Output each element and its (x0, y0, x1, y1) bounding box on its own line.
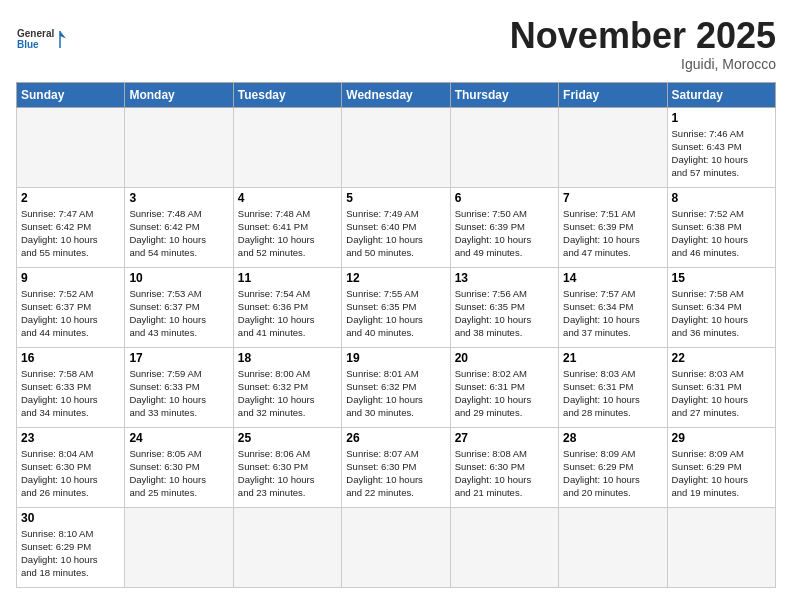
day-info: Sunrise: 8:01 AMSunset: 6:32 PMDaylight:… (346, 367, 445, 420)
day-cell: 2Sunrise: 7:47 AMSunset: 6:42 PMDaylight… (17, 187, 125, 267)
day-number: 30 (21, 511, 120, 525)
week-row-2: 9Sunrise: 7:52 AMSunset: 6:37 PMDaylight… (17, 267, 776, 347)
month-title: November 2025 (510, 16, 776, 56)
day-cell: 9Sunrise: 7:52 AMSunset: 6:37 PMDaylight… (17, 267, 125, 347)
day-info: Sunrise: 7:48 AMSunset: 6:42 PMDaylight:… (129, 207, 228, 260)
day-info: Sunrise: 7:55 AMSunset: 6:35 PMDaylight:… (346, 287, 445, 340)
day-number: 23 (21, 431, 120, 445)
day-info: Sunrise: 7:52 AMSunset: 6:37 PMDaylight:… (21, 287, 120, 340)
day-info: Sunrise: 7:48 AMSunset: 6:41 PMDaylight:… (238, 207, 337, 260)
logo-svg: General Blue (16, 16, 66, 66)
day-info: Sunrise: 7:58 AMSunset: 6:34 PMDaylight:… (672, 287, 771, 340)
day-cell: 29Sunrise: 8:09 AMSunset: 6:29 PMDayligh… (667, 427, 775, 507)
day-number: 27 (455, 431, 554, 445)
week-row-3: 16Sunrise: 7:58 AMSunset: 6:33 PMDayligh… (17, 347, 776, 427)
day-number: 20 (455, 351, 554, 365)
day-number: 5 (346, 191, 445, 205)
day-cell: 15Sunrise: 7:58 AMSunset: 6:34 PMDayligh… (667, 267, 775, 347)
day-number: 6 (455, 191, 554, 205)
day-cell: 13Sunrise: 7:56 AMSunset: 6:35 PMDayligh… (450, 267, 558, 347)
day-cell (667, 507, 775, 587)
day-number: 13 (455, 271, 554, 285)
day-cell: 19Sunrise: 8:01 AMSunset: 6:32 PMDayligh… (342, 347, 450, 427)
day-info: Sunrise: 7:57 AMSunset: 6:34 PMDaylight:… (563, 287, 662, 340)
day-info: Sunrise: 8:08 AMSunset: 6:30 PMDaylight:… (455, 447, 554, 500)
day-info: Sunrise: 7:46 AMSunset: 6:43 PMDaylight:… (672, 127, 771, 180)
day-info: Sunrise: 7:54 AMSunset: 6:36 PMDaylight:… (238, 287, 337, 340)
day-cell: 3Sunrise: 7:48 AMSunset: 6:42 PMDaylight… (125, 187, 233, 267)
day-cell (450, 107, 558, 187)
day-cell: 6Sunrise: 7:50 AMSunset: 6:39 PMDaylight… (450, 187, 558, 267)
day-number: 2 (21, 191, 120, 205)
day-cell: 7Sunrise: 7:51 AMSunset: 6:39 PMDaylight… (559, 187, 667, 267)
day-info: Sunrise: 7:56 AMSunset: 6:35 PMDaylight:… (455, 287, 554, 340)
day-number: 22 (672, 351, 771, 365)
day-cell: 27Sunrise: 8:08 AMSunset: 6:30 PMDayligh… (450, 427, 558, 507)
day-number: 28 (563, 431, 662, 445)
day-cell (233, 107, 341, 187)
day-number: 11 (238, 271, 337, 285)
col-header-friday: Friday (559, 82, 667, 107)
day-number: 18 (238, 351, 337, 365)
day-number: 14 (563, 271, 662, 285)
day-cell: 26Sunrise: 8:07 AMSunset: 6:30 PMDayligh… (342, 427, 450, 507)
day-info: Sunrise: 8:02 AMSunset: 6:31 PMDaylight:… (455, 367, 554, 420)
day-cell: 30Sunrise: 8:10 AMSunset: 6:29 PMDayligh… (17, 507, 125, 587)
day-number: 26 (346, 431, 445, 445)
day-cell: 18Sunrise: 8:00 AMSunset: 6:32 PMDayligh… (233, 347, 341, 427)
day-number: 15 (672, 271, 771, 285)
day-cell (125, 107, 233, 187)
day-info: Sunrise: 7:47 AMSunset: 6:42 PMDaylight:… (21, 207, 120, 260)
day-number: 25 (238, 431, 337, 445)
day-cell: 10Sunrise: 7:53 AMSunset: 6:37 PMDayligh… (125, 267, 233, 347)
day-number: 7 (563, 191, 662, 205)
week-row-1: 2Sunrise: 7:47 AMSunset: 6:42 PMDaylight… (17, 187, 776, 267)
day-info: Sunrise: 7:52 AMSunset: 6:38 PMDaylight:… (672, 207, 771, 260)
day-number: 29 (672, 431, 771, 445)
week-row-5: 30Sunrise: 8:10 AMSunset: 6:29 PMDayligh… (17, 507, 776, 587)
day-number: 4 (238, 191, 337, 205)
location: Iguidi, Morocco (510, 56, 776, 72)
day-cell (559, 507, 667, 587)
col-header-tuesday: Tuesday (233, 82, 341, 107)
day-number: 8 (672, 191, 771, 205)
day-cell: 16Sunrise: 7:58 AMSunset: 6:33 PMDayligh… (17, 347, 125, 427)
week-row-4: 23Sunrise: 8:04 AMSunset: 6:30 PMDayligh… (17, 427, 776, 507)
day-info: Sunrise: 8:10 AMSunset: 6:29 PMDaylight:… (21, 527, 120, 580)
day-number: 19 (346, 351, 445, 365)
day-info: Sunrise: 7:50 AMSunset: 6:39 PMDaylight:… (455, 207, 554, 260)
day-info: Sunrise: 7:51 AMSunset: 6:39 PMDaylight:… (563, 207, 662, 260)
col-header-sunday: Sunday (17, 82, 125, 107)
col-header-monday: Monday (125, 82, 233, 107)
day-info: Sunrise: 7:53 AMSunset: 6:37 PMDaylight:… (129, 287, 228, 340)
day-info: Sunrise: 8:06 AMSunset: 6:30 PMDaylight:… (238, 447, 337, 500)
day-number: 9 (21, 271, 120, 285)
page-header: General Blue November 2025 Iguidi, Moroc… (16, 16, 776, 72)
logo: General Blue (16, 16, 66, 66)
day-cell: 12Sunrise: 7:55 AMSunset: 6:35 PMDayligh… (342, 267, 450, 347)
day-info: Sunrise: 8:03 AMSunset: 6:31 PMDaylight:… (563, 367, 662, 420)
day-cell: 24Sunrise: 8:05 AMSunset: 6:30 PMDayligh… (125, 427, 233, 507)
day-info: Sunrise: 8:04 AMSunset: 6:30 PMDaylight:… (21, 447, 120, 500)
day-cell (125, 507, 233, 587)
day-number: 10 (129, 271, 228, 285)
title-block: November 2025 Iguidi, Morocco (510, 16, 776, 72)
day-cell (233, 507, 341, 587)
day-cell (450, 507, 558, 587)
day-number: 12 (346, 271, 445, 285)
day-info: Sunrise: 7:58 AMSunset: 6:33 PMDaylight:… (21, 367, 120, 420)
day-cell: 11Sunrise: 7:54 AMSunset: 6:36 PMDayligh… (233, 267, 341, 347)
day-cell: 23Sunrise: 8:04 AMSunset: 6:30 PMDayligh… (17, 427, 125, 507)
day-cell: 17Sunrise: 7:59 AMSunset: 6:33 PMDayligh… (125, 347, 233, 427)
day-cell: 1Sunrise: 7:46 AMSunset: 6:43 PMDaylight… (667, 107, 775, 187)
col-header-thursday: Thursday (450, 82, 558, 107)
day-cell (559, 107, 667, 187)
day-cell (342, 107, 450, 187)
day-cell (17, 107, 125, 187)
svg-text:General: General (17, 28, 54, 39)
week-row-0: 1Sunrise: 7:46 AMSunset: 6:43 PMDaylight… (17, 107, 776, 187)
day-info: Sunrise: 8:03 AMSunset: 6:31 PMDaylight:… (672, 367, 771, 420)
col-header-saturday: Saturday (667, 82, 775, 107)
calendar-header-row: SundayMondayTuesdayWednesdayThursdayFrid… (17, 82, 776, 107)
day-cell: 20Sunrise: 8:02 AMSunset: 6:31 PMDayligh… (450, 347, 558, 427)
